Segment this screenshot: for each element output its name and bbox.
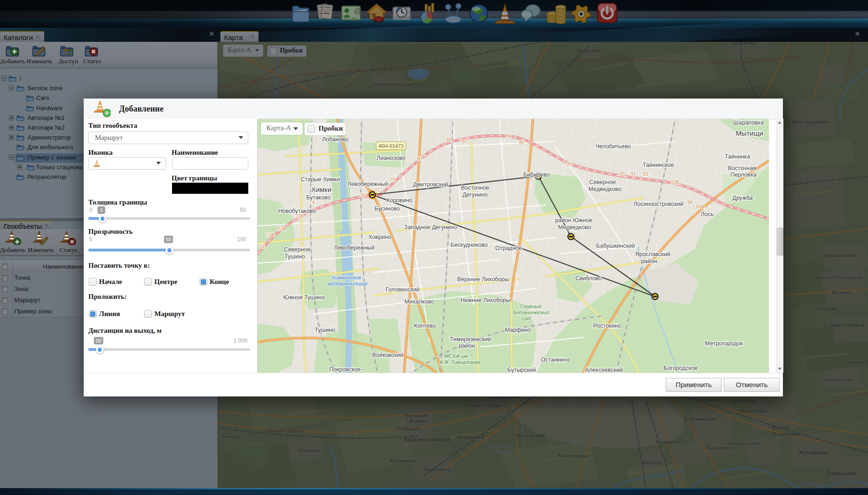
svg-text:Тучково: Тучково [222, 434, 241, 439]
svg-text:Деденево: Деденево [577, 48, 602, 53]
svg-text:Отрадное: Отрадное [495, 245, 522, 251]
svg-text:Апрелевка: Апрелевка [424, 467, 451, 472]
svg-text:Ярославский: Ярославский [635, 251, 670, 257]
svg-text:Челобитьево: Челобитьево [596, 143, 631, 150]
svg-text:парк культуры: парк культуры [235, 452, 270, 458]
svg-text:и отдыха: и отдыха [245, 458, 267, 463]
svg-text:Жуковский: Жуковский [799, 449, 829, 456]
svg-text:Дружба: Дружба [732, 195, 753, 201]
svg-text:Тушино: Тушино [285, 253, 305, 260]
svg-text:Алексеевский: Алексеевский [585, 367, 623, 373]
svg-text:Обухово: Обухово [817, 306, 838, 311]
svg-text:Коммунарка: Коммунарка [558, 453, 589, 458]
svg-text:Солнечногорск: Солнечногорск [373, 81, 411, 87]
svg-text:84: 84 [506, 133, 511, 139]
svg-text:77: 77 [374, 188, 380, 193]
svg-text:Красково: Красково [733, 398, 755, 403]
svg-text:Шараповка: Шараповка [733, 119, 763, 126]
svg-text:Лесной Городок: Лесной Городок [463, 403, 503, 408]
svg-text:Большие: Большие [405, 413, 428, 418]
svg-text:патриотический: патриотический [228, 447, 268, 452]
svg-text:82: 82 [446, 138, 452, 143]
svg-text:Военно-: Военно- [248, 441, 266, 447]
svg-text:Бибирево: Бибирево [523, 172, 550, 178]
svg-text:80: 80 [417, 156, 422, 161]
svg-text:Тайнинское: Тайнинское [643, 162, 674, 168]
svg-text:Внуково: Внуково [494, 448, 512, 454]
svg-text:Раменский: Раменский [841, 420, 866, 425]
svg-text:район: район [641, 258, 657, 264]
svg-text:Бусиново: Бусиново [375, 205, 400, 212]
svg-text:Бескудниково: Бескудниково [451, 242, 488, 248]
svg-text:Покровское-: Покровское- [329, 366, 363, 373]
svg-text:Ростокино: Ростокино [593, 323, 621, 329]
svg-text:Аэропорт: Аэропорт [799, 481, 823, 487]
svg-text:Верхние Лихоборы: Верхние Лихоборы [457, 276, 509, 283]
svg-text:Котельники: Котельники [693, 397, 721, 403]
svg-text:Бабушкинский: Бабушкинский [596, 243, 635, 249]
svg-text:Бутаково: Бутаково [306, 194, 331, 201]
svg-text:79: 79 [390, 177, 395, 182]
svg-text:Кокошкино: Кокошкино [457, 434, 484, 440]
svg-text:район Южное: район Южное [555, 217, 592, 224]
svg-text:район: район [459, 343, 475, 349]
svg-text:Новобутаково: Новобутаково [278, 208, 316, 214]
svg-text:Тимирязевский: Тимирязевский [450, 336, 491, 343]
svg-text:91: 91 [630, 172, 636, 177]
svg-text:имени Во: имени Во [848, 359, 868, 365]
svg-text:Дзержинский: Дзержинский [684, 416, 716, 422]
svg-text:Северное: Северное [589, 179, 616, 185]
svg-text:Старые Химки: Старые Химки [301, 176, 340, 183]
svg-text:Головинский: Головинский [385, 286, 419, 293]
svg-text:Коровино: Коровино [386, 197, 412, 204]
svg-text:Перловка: Перловка [730, 172, 756, 178]
svg-text:Левобережный: Левобережный [334, 244, 375, 251]
svg-text:Тушино: Тушино [315, 327, 335, 333]
svg-text:Развилка: Развилка [656, 439, 679, 445]
svg-text:85: 85 [519, 140, 524, 145]
svg-text:Войковский: Войковский [372, 352, 403, 358]
svg-text:Химкинское: Химкинское [331, 275, 361, 280]
svg-text:Ильинский: Ильинский [772, 431, 799, 437]
svg-text:Химки: Химки [311, 185, 331, 193]
svg-text:Тайнинка: Тайнинка [725, 153, 750, 160]
svg-text:Мехлесхоз: Мехлесхоз [844, 425, 868, 431]
svg-text:Старая Купавна: Старая Купавна [824, 322, 864, 328]
svg-text:Быково: Быково [772, 424, 790, 430]
svg-text:Медведково: Медведково [588, 186, 621, 192]
svg-text:87: 87 [567, 162, 572, 167]
svg-text:артполигон: артполигон [831, 88, 859, 94]
svg-text:Главный: Главный [520, 304, 542, 309]
svg-text:Голицыно: Голицыно [396, 426, 420, 431]
svg-text:Лианозово: Лианозово [377, 155, 405, 161]
svg-text:Восточная: Восточная [728, 165, 756, 172]
svg-text:Лосиноостровский: Лосиноостровский [633, 201, 683, 207]
svg-text:военное: военное [455, 70, 473, 75]
svg-text:Останкино: Останкино [541, 356, 570, 363]
svg-text:ботанический: ботанический [513, 310, 549, 315]
svg-text:Электроугли: Электроугли [822, 377, 853, 383]
svg-text:Кубинка: Кубинка [299, 448, 320, 453]
svg-text:73А: 73А [278, 226, 286, 231]
svg-text:Красноармейск: Красноармейск [792, 119, 831, 125]
svg-text:91: 91 [643, 172, 649, 177]
svg-text:Южное Тушино: Южное Тушино [283, 294, 325, 301]
svg-text:К.А. Тимирязева: К.А. Тимирязева [440, 359, 481, 365]
svg-text:Западное Дегунино: Западное Дегунино [404, 224, 457, 231]
svg-text:Раменское: Раменское [826, 470, 857, 477]
svg-text:Аэропорт: Аэропорт [490, 442, 514, 448]
svg-text:Метрогородок: Метрогородок [705, 340, 743, 347]
svg-text:94: 94 [687, 200, 693, 205]
svg-text:Московский: Московский [515, 433, 544, 438]
svg-text:Медведково: Медведково [558, 224, 591, 231]
svg-text:Лосино-Петровский: Лосино-Петровский [814, 275, 862, 280]
svg-text:Богородское: Богородское [663, 365, 697, 371]
svg-text:Лось: Лось [701, 211, 714, 218]
svg-text:Малаховка: Малаховка [739, 408, 767, 414]
svg-text:Свиблово: Свиблово [575, 275, 602, 282]
svg-text:Мытищи: Мытищи [735, 129, 763, 137]
svg-text:71: 71 [259, 244, 265, 249]
svg-text:Нижние Лихоборы: Нижние Лихоборы [461, 297, 510, 304]
svg-text:водохранилище: водохранилище [328, 281, 368, 286]
svg-text:Краснознаменск: Краснознаменск [404, 436, 451, 443]
